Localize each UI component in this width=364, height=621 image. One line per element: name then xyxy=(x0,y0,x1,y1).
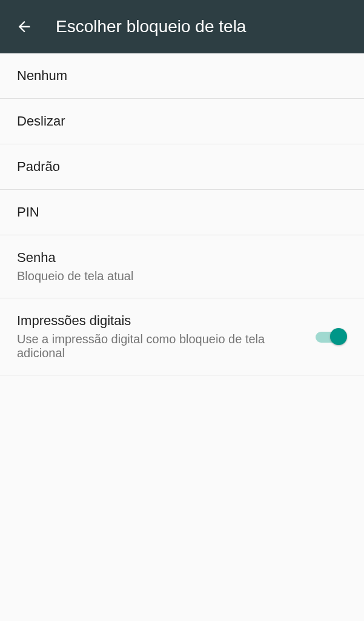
option-password[interactable]: Senha Bloqueio de tela atual xyxy=(0,235,364,298)
app-bar: Escolher bloqueio de tela xyxy=(0,0,364,53)
option-fingerprint[interactable]: Impressões digitais Use a impressão digi… xyxy=(0,298,364,375)
option-pin-label: PIN xyxy=(17,204,347,220)
option-pattern[interactable]: Padrão xyxy=(0,144,364,190)
option-swipe-label: Deslizar xyxy=(17,113,347,129)
settings-list: Nenhum Deslizar Padrão PIN Senha Bloquei… xyxy=(0,53,364,375)
option-fingerprint-subtitle: Use a impressão digital como bloqueio de… xyxy=(17,332,303,360)
option-password-label: Senha xyxy=(17,250,347,266)
back-button[interactable] xyxy=(12,15,36,39)
option-none[interactable]: Nenhum xyxy=(0,53,364,99)
arrow-back-icon xyxy=(16,18,33,35)
fingerprint-toggle[interactable] xyxy=(316,327,347,346)
option-fingerprint-text: Impressões digitais Use a impressão digi… xyxy=(17,313,316,360)
option-pattern-label: Padrão xyxy=(17,159,347,175)
option-pin[interactable]: PIN xyxy=(0,190,364,235)
option-swipe[interactable]: Deslizar xyxy=(0,99,364,144)
option-none-label: Nenhum xyxy=(17,68,347,84)
page-title: Escolher bloqueio de tela xyxy=(56,17,246,36)
switch-thumb xyxy=(330,328,347,345)
option-fingerprint-label: Impressões digitais xyxy=(17,313,303,329)
option-password-subtitle: Bloqueio de tela atual xyxy=(17,269,347,283)
